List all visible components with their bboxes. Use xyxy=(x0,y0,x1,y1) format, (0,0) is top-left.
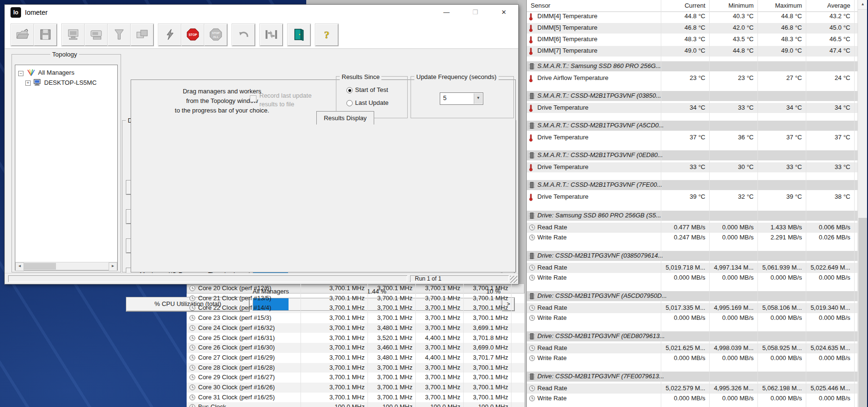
core-clock-row[interactable]: Core 24 Clock (perf #16/32)3,700.1 MHz3,… xyxy=(187,323,524,333)
scroll-right-button[interactable]: ► xyxy=(109,262,117,271)
scrollbar-thumb[interactable] xyxy=(858,218,867,407)
clock-icon xyxy=(189,305,196,313)
sensor-row[interactable]: Read Rate0.477 MB/s0.000 MB/s1.433 MB/s0… xyxy=(527,223,858,233)
sensor-row[interactable]: Read Rate5,021.625 M...4,998.039 M...5,0… xyxy=(527,343,858,353)
tree-node-desktop[interactable]: + DESKTOP-LS5MC xyxy=(25,79,97,87)
core-clock-value: 3,700.1 MHz xyxy=(473,284,508,292)
sensor-section-header[interactable]: S.M.A.R.T.: CSSD-M2B1TPG3VNF (0ED80... xyxy=(527,150,858,160)
core-clock-row[interactable]: Core 30 Clock (perf #16/26)3,700.1 MHz3,… xyxy=(187,383,524,393)
core-clock-row[interactable]: Core 20 Clock (perf #12/6)3,700.1 MHz3,7… xyxy=(187,283,524,294)
tree-node-label[interactable]: All Managers xyxy=(38,69,75,76)
thermometer-icon xyxy=(529,75,533,84)
sensor-row[interactable]: Write Rate0.000 MB/s0.000 MB/s0.000 MB/s… xyxy=(527,353,858,363)
core-clock-value: 3,700.1 MHz xyxy=(377,304,412,311)
sensor-section-header[interactable]: S.M.A.R.T.: CSSD-M2B1TPG3VNF (A5CD0... xyxy=(527,121,858,131)
sensor-section-header[interactable]: Drive: CSSD-M2B1TPG3VNF (0ED8079613... xyxy=(527,331,858,341)
maximize-button[interactable]: ❐ xyxy=(466,6,485,19)
sensor-row[interactable]: Write Rate0.000 MB/s0.000 MB/s0.000 MB/s… xyxy=(527,273,858,283)
core-clock-value: 3,700.1 MHz xyxy=(425,284,460,292)
core-clock-row[interactable]: Core 31 Clock (perf #16/25)3,700.1 MHz3,… xyxy=(187,393,524,403)
sensor-label: DIMM[6] Temperature xyxy=(537,35,597,43)
sensor-row[interactable]: Write Rate0.247 MB/s0.000 MB/s2.291 MB/s… xyxy=(527,233,858,243)
col-minimum[interactable]: Minimum xyxy=(728,2,754,9)
sensor-row[interactable]: Read Rate5,017.335 M...4,995.169 M...5,0… xyxy=(527,303,858,313)
sensor-label: Read Rate xyxy=(537,264,567,271)
stop-test-button[interactable]: STOP xyxy=(181,24,204,46)
update-frequency-select[interactable]: 5 ▼ xyxy=(440,92,483,105)
toolbar: STOPSTOPALL? xyxy=(5,21,518,49)
sensor-section-header[interactable]: Drive: CSSD-M2B1TPG3VNF (A5CD07950D... xyxy=(527,291,858,301)
core-clock-row[interactable]: Core 23 Clock (perf #15/3)3,700.1 MHz3,7… xyxy=(187,313,524,323)
scroll-thumb[interactable] xyxy=(23,263,56,270)
collapse-icon[interactable]: − xyxy=(18,71,23,76)
sensor-row[interactable]: Drive Temperature34 °C33 °C34 °C34 °C xyxy=(527,103,858,113)
core-clock-row[interactable]: Core 27 Clock (perf #16/29)3,700.1 MHz3,… xyxy=(187,353,524,363)
sensor-row[interactable]: DIMM[6] Temperature48.3 °C43.5 °C48.3 °C… xyxy=(527,34,858,45)
close-button[interactable]: ✕ xyxy=(494,6,513,19)
sensor-value: 44.8 °C xyxy=(733,47,754,54)
save-test-configuration-button[interactable] xyxy=(34,24,57,46)
sensor-section-header[interactable]: Drive: Samsung SSD 860 PRO 256GB (S5... xyxy=(527,211,858,221)
new-network-worker-button[interactable] xyxy=(108,24,131,46)
radio-start-of-test-label[interactable]: Start of Test xyxy=(355,86,388,93)
tree-node-all-managers[interactable]: − All Managers xyxy=(18,69,74,78)
radio-last-update[interactable] xyxy=(346,100,353,106)
sensor-row[interactable]: Read Rate5,022.579 M...4,995.326 M...5,0… xyxy=(527,384,858,394)
core-clock-row[interactable]: Core 22 Clock (perf #14/4)3,700.1 MHz3,7… xyxy=(187,303,524,313)
chevron-down-icon[interactable]: ▼ xyxy=(474,93,482,104)
scroll-left-button[interactable]: ◄ xyxy=(15,262,24,271)
title-bar[interactable]: Io Iometer — ❐ ✕ xyxy=(5,5,518,21)
sensor-row[interactable]: Read Rate5,019.718 M...4,997.134 M...5,0… xyxy=(527,263,858,273)
tree-hscrollbar[interactable]: ◄ ► xyxy=(15,262,117,270)
sensor-row[interactable]: DIMM[4] Temperature44.8 °C40.3 °C44.8 °C… xyxy=(527,11,858,22)
open-test-file-button[interactable] xyxy=(11,24,34,46)
thermometer-icon xyxy=(529,104,533,113)
sensor-section-header[interactable]: S.M.A.R.T.: Samsung SSD 860 PRO 256G... xyxy=(527,61,858,71)
scroll-up-icon[interactable]: ▲ xyxy=(858,0,868,10)
sensor-section-header[interactable]: S.M.A.R.T.: CSSD-M2B1TPG3VNF (7FE00... xyxy=(527,180,858,190)
exit-button[interactable] xyxy=(288,24,311,46)
core-clock-row[interactable]: Core 25 Clock (perf #16/31)3,700.1 MHz3,… xyxy=(187,333,524,343)
topology-tree[interactable]: − All Managers + DESKTOP-LS5MC ◄ ► xyxy=(15,65,118,271)
col-maximum[interactable]: Maximum xyxy=(775,2,802,9)
sensor-value: 33 °C xyxy=(690,163,705,170)
sensor-row[interactable]: Drive Temperature37 °C36 °C37 °C37 °C xyxy=(527,133,858,143)
sensor-row[interactable]: Write Rate0.000 MB/s0.000 MB/s0.000 MB/s… xyxy=(527,394,858,404)
minimize-button[interactable]: — xyxy=(437,6,456,19)
core-clock-row[interactable]: Core 26 Clock (perf #16/30)3,700.1 MHz3,… xyxy=(187,343,524,353)
tab-results-display[interactable]: Results Display xyxy=(316,111,374,124)
reset-workers-button[interactable] xyxy=(232,24,255,46)
core-clock-row[interactable]: Core 29 Clock (perf #16/27)3,700.1 MHz3,… xyxy=(187,373,524,383)
stop-all-tests-button[interactable]: STOPALL xyxy=(204,24,227,46)
start-tests-button[interactable] xyxy=(158,24,181,46)
help-button[interactable]: ? xyxy=(315,24,338,46)
sensor-section-header[interactable]: Drive: CSSD-M2B1TPG3VNF (0385079614... xyxy=(527,251,858,261)
resize-grip[interactable] xyxy=(510,276,517,283)
col-average[interactable]: Average xyxy=(827,2,850,9)
network-connections-button[interactable] xyxy=(260,24,283,46)
sensor-scrollbar[interactable]: ▲ xyxy=(857,0,868,407)
record-results-checkbox[interactable] xyxy=(250,95,256,102)
sensor-row[interactable]: Drive Temperature33 °C30 °C33 °C33 °C xyxy=(527,162,858,172)
radio-last-update-label[interactable]: Last Update xyxy=(355,99,389,106)
sensor-value: 0.000 MB/s xyxy=(722,224,754,231)
sensor-section-header[interactable]: S.M.A.R.T.: CSSD-M2B1TPG3VNF (03850... xyxy=(527,91,858,101)
sensor-section-header[interactable]: Drive: CSSD-M2B1TPG3VNF (7FE0079613... xyxy=(527,372,858,382)
sensor-row[interactable]: Drive Airflow Temperature23 °C23 °C27 °C… xyxy=(527,73,858,83)
sensor-row[interactable]: DIMM[5] Temperature46.8 °C42.0 °C46.8 °C… xyxy=(527,23,858,34)
core-clock-row[interactable]: Bus Clock100.0 MHz100.0 MHz100.0 MHz100.… xyxy=(187,402,524,407)
col-sensor[interactable]: Sensor xyxy=(531,2,550,9)
col-current[interactable]: Current xyxy=(685,2,705,9)
tree-node-label[interactable]: DESKTOP-LS5MC xyxy=(44,79,97,86)
duplicate-worker-button[interactable] xyxy=(131,24,154,46)
clock-icon xyxy=(189,404,196,407)
expand-icon[interactable]: + xyxy=(25,80,31,86)
sensor-row[interactable]: DIMM[7] Temperature49.0 °C44.8 °C49.0 °C… xyxy=(527,46,858,57)
radio-start-of-test[interactable] xyxy=(346,87,353,93)
new-disk-worker-button[interactable] xyxy=(85,24,108,46)
sensor-row[interactable]: Drive Temperature39 °C32 °C39 °C38 °C xyxy=(527,192,858,202)
new-manager-button[interactable] xyxy=(62,24,85,46)
sensor-header[interactable]: Sensor Current Minimum Maximum Average xyxy=(527,0,858,12)
sensor-row[interactable]: Write Rate0.000 MB/s0.000 MB/s0.000 MB/s… xyxy=(527,313,858,323)
core-clock-row[interactable]: Core 28 Clock (perf #16/28)3,700.1 MHz3,… xyxy=(187,363,524,373)
